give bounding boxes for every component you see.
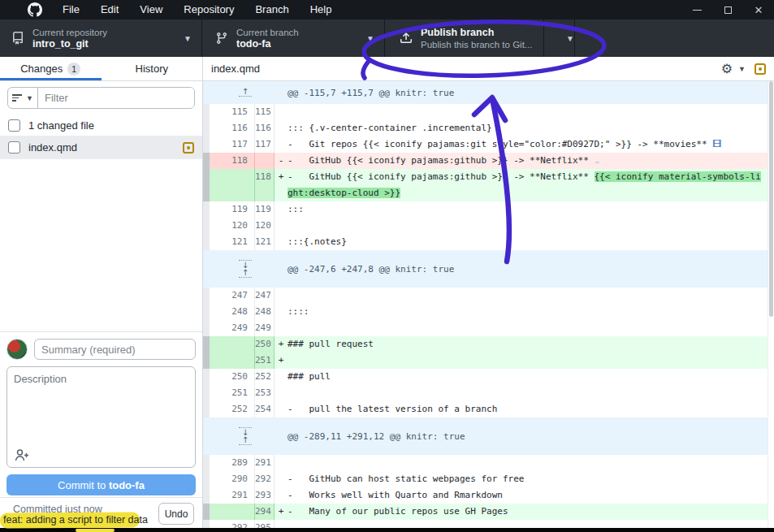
- line-select-gutter[interactable]: [203, 136, 210, 153]
- modified-status-icon: [183, 142, 194, 154]
- diff-marker: [275, 104, 288, 120]
- diff-line-text: ::::: [288, 304, 768, 320]
- line-select-gutter[interactable]: [203, 471, 210, 487]
- diff-row[interactable]: 120120: [203, 218, 768, 234]
- commit-button[interactable]: Commit to todo-fa: [6, 474, 196, 495]
- tab-history[interactable]: History: [102, 57, 203, 80]
- line-select-gutter[interactable]: [203, 234, 210, 250]
- diff-line-text: [288, 353, 768, 369]
- undo-button[interactable]: Undo: [158, 503, 194, 525]
- diff-line-text: - Git repos {{< iconify pajamas:git styl…: [288, 136, 768, 153]
- menu-edit[interactable]: Edit: [90, 0, 129, 19]
- publish-branch-dropdown-button[interactable]: ▼: [544, 19, 575, 57]
- file-checkbox[interactable]: [8, 141, 20, 154]
- diff-row[interactable]: 251253: [203, 385, 768, 401]
- old-line-number: [210, 504, 255, 520]
- maximize-button[interactable]: [712, 0, 743, 19]
- minimize-button[interactable]: [681, 0, 712, 19]
- diff-row[interactable]: 118+- GitHub {{< iconify pajamas:github …: [203, 169, 768, 201]
- menu-file[interactable]: File: [52, 0, 90, 19]
- diff-row[interactable]: 252254- pull the latest version of a bra…: [203, 401, 768, 417]
- tab-changes[interactable]: Changes 1: [0, 57, 102, 80]
- add-coauthor-icon[interactable]: [15, 448, 29, 461]
- diff-row[interactable]: 116116::: {.v-center-container .incremen…: [203, 120, 768, 136]
- line-select-gutter[interactable]: [203, 153, 210, 169]
- line-select-gutter[interactable]: [203, 385, 210, 401]
- menu-view[interactable]: View: [129, 0, 173, 19]
- filter-input[interactable]: [38, 88, 194, 108]
- diff-row[interactable]: 117117- Git repos {{< iconify pajamas:gi…: [203, 136, 768, 153]
- diff-row[interactable]: 115115: [203, 104, 768, 120]
- line-select-gutter[interactable]: [203, 504, 210, 520]
- diff-hunk-header: ↓↑@@ -247,6 +247,8 @@ knitr: true: [203, 250, 768, 288]
- line-select-gutter[interactable]: [203, 304, 210, 320]
- commit-description-input[interactable]: [7, 367, 195, 445]
- diff-row[interactable]: 247247: [203, 288, 768, 304]
- filter-options-button[interactable]: ▼: [8, 88, 38, 108]
- diff-line-text: :::: [288, 201, 768, 218]
- diff-row[interactable]: 250252### pull: [203, 369, 768, 385]
- line-select-gutter[interactable]: [203, 369, 210, 385]
- menu-help[interactable]: Help: [300, 0, 343, 19]
- window-controls: ✕: [681, 0, 774, 19]
- gear-caret-icon[interactable]: ▼: [738, 65, 746, 73]
- old-line-number: 116: [210, 120, 255, 136]
- line-select-gutter[interactable]: [203, 288, 210, 304]
- publish-branch-button[interactable]: Publish branch Publish this branch to Gi…: [385, 19, 544, 57]
- last-commit-message: feat: adding a script to filter data: [3, 514, 148, 526]
- line-select-gutter[interactable]: [203, 201, 210, 218]
- expand-up-icon[interactable]: ↑: [239, 88, 252, 97]
- select-all-checkbox[interactable]: [8, 119, 20, 132]
- current-branch-button[interactable]: Current branch todo-fa ▼: [202, 19, 385, 57]
- publish-branch-label: Publish branch: [421, 27, 532, 39]
- diff-row[interactable]: 118-- GitHub {{< iconify pajamas:github …: [203, 153, 768, 169]
- scrollbar[interactable]: [768, 81, 774, 532]
- line-select-gutter[interactable]: [203, 455, 210, 471]
- sidebar: Changes 1 History ▼ 1 changed file index…: [0, 57, 203, 532]
- line-select-gutter[interactable]: [203, 218, 210, 234]
- diff-line-text: - GitHub can host static webpages for fr…: [288, 471, 768, 487]
- commit-summary-input[interactable]: [34, 339, 196, 360]
- diff-line-text: [288, 288, 768, 304]
- diff-row[interactable]: 294+- Many of our public repos use GH Pa…: [203, 504, 768, 520]
- scrollbar-thumb[interactable]: [769, 81, 773, 317]
- changed-files-summary-row[interactable]: 1 changed file: [0, 115, 202, 136]
- gear-icon[interactable]: ⚙: [721, 63, 733, 76]
- diff-row[interactable]: 121121:::{.notes}: [203, 234, 768, 250]
- expand-up-icon[interactable]: ↑: [239, 436, 252, 446]
- old-line-number: 289: [210, 455, 255, 471]
- diff-row[interactable]: 289291: [203, 455, 768, 471]
- line-select-gutter[interactable]: [203, 320, 210, 336]
- diff-marker: [275, 401, 288, 417]
- annotation-highlight-dash: [76, 529, 115, 532]
- line-select-gutter[interactable]: [203, 120, 210, 136]
- diff-row[interactable]: 248248::::: [203, 304, 768, 320]
- diff-row[interactable]: 251+: [203, 353, 768, 369]
- menu-branch[interactable]: Branch: [244, 0, 299, 19]
- diff-row[interactable]: 290292- GitHub can host static webpages …: [203, 471, 768, 487]
- file-list-item[interactable]: index.qmd: [0, 136, 202, 159]
- diff-row[interactable]: 249249: [203, 320, 768, 336]
- publish-dropdown-caret-icon: ▼: [566, 34, 574, 43]
- old-line-number: 121: [210, 234, 255, 250]
- diff-marker: +: [275, 336, 288, 353]
- line-select-gutter[interactable]: [203, 353, 210, 369]
- line-select-gutter[interactable]: [203, 104, 210, 120]
- diff-row[interactable]: 250+### pull request: [203, 336, 768, 353]
- old-line-number: 249: [210, 320, 255, 336]
- new-line-number: 248: [255, 304, 275, 320]
- menu-bar: File Edit View Repository Branch Help: [52, 0, 342, 19]
- close-icon: ✕: [755, 4, 763, 16]
- diff-row[interactable]: 119119:::: [203, 201, 768, 218]
- current-repository-button[interactable]: Current repository intro_to_git ▼: [0, 19, 202, 57]
- diff-line-text: - GitHub {{< iconify pajamas:github >}} …: [288, 169, 768, 201]
- diff-row[interactable]: 291293- Works well with Quarto and Rmark…: [203, 487, 768, 504]
- expand-up-icon[interactable]: ↑: [239, 269, 252, 279]
- diff-marker: [275, 304, 288, 320]
- menu-repository[interactable]: Repository: [173, 0, 244, 19]
- line-select-gutter[interactable]: [203, 336, 210, 353]
- line-select-gutter[interactable]: [203, 169, 210, 201]
- close-button[interactable]: ✕: [743, 0, 774, 19]
- line-select-gutter[interactable]: [203, 401, 210, 417]
- line-select-gutter[interactable]: [203, 487, 210, 504]
